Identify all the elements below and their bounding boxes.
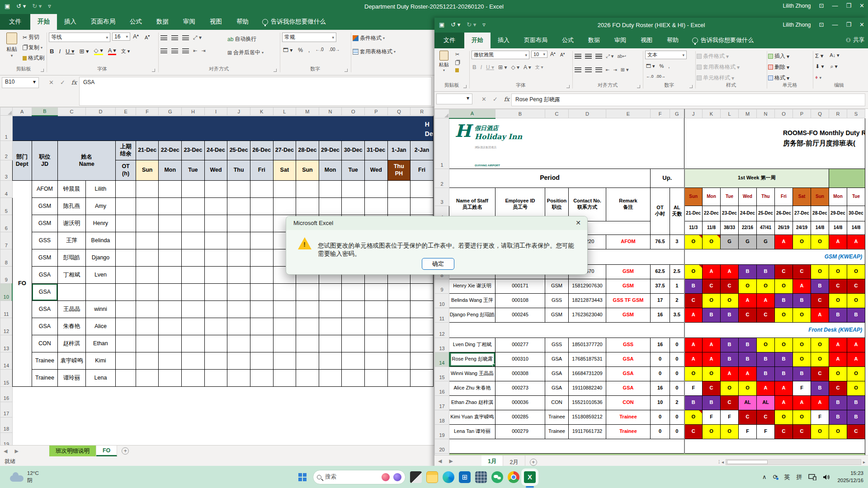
- empty-row[interactable]: [12, 433, 433, 446]
- autosum-icon[interactable]: Σ ▾: [815, 52, 823, 59]
- shift-cell[interactable]: A: [775, 395, 793, 410]
- underline-button[interactable]: U ▾: [66, 48, 75, 55]
- align-right-icon[interactable]: [595, 67, 602, 72]
- shift-cell[interactable]: O: [811, 352, 829, 366]
- duty-cell[interactable]: [159, 215, 182, 232]
- shift-cell[interactable]: C: [847, 424, 865, 439]
- name-en-cell[interactable]: Amy: [85, 198, 116, 215]
- alignment-launcher-icon[interactable]: [274, 69, 277, 72]
- column-header-Q[interactable]: Q: [387, 108, 410, 116]
- date-header[interactable]: 26-Dec: [250, 141, 273, 160]
- shift-cell[interactable]: F: [811, 410, 829, 424]
- remark-cell[interactable]: GSA: [606, 366, 651, 381]
- font-size-select[interactable]: 16▾: [112, 33, 130, 41]
- duty-cell[interactable]: [364, 198, 387, 215]
- shift-cell[interactable]: G: [739, 235, 757, 249]
- scroll-thumb[interactable]: [727, 460, 768, 464]
- empty-row[interactable]: [12, 418, 433, 433]
- day-header[interactable]: Sun: [296, 160, 319, 181]
- duty-cell[interactable]: [273, 284, 296, 301]
- increase-decimal-icon[interactable]: ←.0: [646, 74, 654, 79]
- align-middle-icon[interactable]: [171, 35, 178, 40]
- shift-cell[interactable]: O: [721, 293, 739, 308]
- duty-cell[interactable]: [204, 198, 227, 215]
- duty-cell[interactable]: [296, 301, 319, 318]
- jd-cell[interactable]: GSM: [32, 215, 58, 232]
- fill-color-icon[interactable]: ◇ ▾: [511, 64, 519, 70]
- duty-cell[interactable]: [319, 181, 342, 198]
- prev-cell[interactable]: [116, 181, 136, 198]
- search-highlight-icon-2[interactable]: [393, 473, 401, 481]
- shift-cell[interactable]: A: [703, 264, 721, 279]
- duty-cell[interactable]: [182, 215, 205, 232]
- staff-name-cell[interactable]: Lena Tan 谭玲丽: [449, 424, 495, 439]
- align-center-icon[interactable]: [585, 67, 592, 72]
- day-header[interactable]: Tue: [342, 160, 365, 181]
- day-header[interactable]: Fri: [775, 188, 793, 206]
- shift-cell[interactable]: A: [703, 338, 721, 352]
- position-cell[interactable]: GSS: [545, 293, 569, 308]
- ot-cell[interactable]: 62.5: [651, 264, 670, 279]
- duty-cell[interactable]: [410, 352, 434, 370]
- duty-cell[interactable]: [204, 318, 227, 335]
- duty-cell[interactable]: [296, 370, 319, 387]
- duty-cell[interactable]: [364, 301, 387, 318]
- shift-cell[interactable]: O: [739, 381, 757, 395]
- contact-cell[interactable]: 18501377720: [569, 338, 606, 352]
- shift-cell[interactable]: B: [793, 366, 811, 381]
- column-header-D[interactable]: D: [85, 108, 116, 116]
- format-as-table-button[interactable]: 套用表格格式 ▾: [697, 63, 740, 71]
- column-header-L[interactable]: L: [273, 108, 296, 116]
- staff-name-cell[interactable]: Django Peng 彭琨皓: [449, 308, 495, 322]
- find-select-icon[interactable]: ⌕ ▾: [830, 63, 837, 70]
- employee-id-cell[interactable]: 000285: [495, 410, 545, 424]
- al-cell[interactable]: 0: [670, 424, 684, 439]
- position-cell[interactable]: GSM: [545, 279, 569, 293]
- ot-cell[interactable]: 16: [651, 381, 670, 395]
- duty-cell[interactable]: [296, 198, 319, 215]
- position-cell[interactable]: GSS: [545, 338, 569, 352]
- column-header-C[interactable]: C: [58, 108, 85, 116]
- employee-id-cell[interactable]: 000108: [495, 293, 545, 308]
- date-header[interactable]: 25-Dec: [227, 141, 250, 160]
- duty-cell[interactable]: [182, 198, 205, 215]
- duty-cell[interactable]: [410, 318, 434, 335]
- date-header[interactable]: 22-Dec: [159, 141, 182, 160]
- duty-cell[interactable]: [182, 335, 205, 352]
- ribbon-tab-6[interactable]: 审阅: [607, 33, 633, 48]
- clear-icon[interactable]: ♦ ▾: [815, 74, 821, 80]
- duty-cell[interactable]: [204, 370, 227, 387]
- staff-name-cell[interactable]: Kimi Yuan 袁宇嵘鸣: [449, 410, 495, 424]
- jd-cell[interactable]: CON: [32, 335, 58, 352]
- duty-cell[interactable]: [319, 318, 342, 335]
- task-view-icon[interactable]: [410, 471, 422, 483]
- name-cn-cell[interactable]: 钟晨晨: [58, 181, 85, 198]
- formula-input[interactable]: Rose Peng 彭晓露: [511, 94, 865, 106]
- shift-cell[interactable]: O: [793, 338, 811, 352]
- ribbon-tab-0[interactable]: 文件: [434, 33, 464, 48]
- row-header[interactable]: 15: [435, 366, 449, 381]
- shift-cell[interactable]: A: [847, 338, 865, 352]
- position-cell[interactable]: Trainee: [545, 424, 569, 439]
- duty-cell[interactable]: [136, 181, 159, 198]
- shrink-font-icon[interactable]: A▾: [560, 52, 565, 57]
- staff-name-cell[interactable]: Alice Zhu 朱春艳: [449, 381, 495, 395]
- duty-cell[interactable]: [387, 335, 410, 352]
- name-en-cell[interactable]: winni: [85, 301, 116, 318]
- duty-cell[interactable]: [273, 318, 296, 335]
- start-button[interactable]: [298, 473, 307, 481]
- column-header-G[interactable]: G: [159, 108, 182, 116]
- empty-cell[interactable]: [449, 439, 684, 453]
- date-header[interactable]: 21-Dec: [136, 141, 159, 160]
- font-launcher-icon[interactable]: [152, 69, 155, 72]
- name-cn-cell[interactable]: 袁宇嵘鸣: [58, 352, 85, 370]
- ribbon-options-icon[interactable]: ⊡: [819, 2, 824, 9]
- shift-cell[interactable]: O: [757, 338, 775, 352]
- accounting-format-icon[interactable]: 🗔 ▾: [646, 63, 655, 69]
- phonetic-icon[interactable]: 文 ▾: [121, 48, 130, 55]
- column-header-S[interactable]: S: [847, 109, 865, 118]
- shift-cell[interactable]: A: [721, 366, 739, 381]
- enter-formula-icon[interactable]: ✓: [60, 79, 65, 86]
- shift-cell[interactable]: B: [703, 308, 721, 322]
- shift-cell[interactable]: O: [684, 366, 703, 381]
